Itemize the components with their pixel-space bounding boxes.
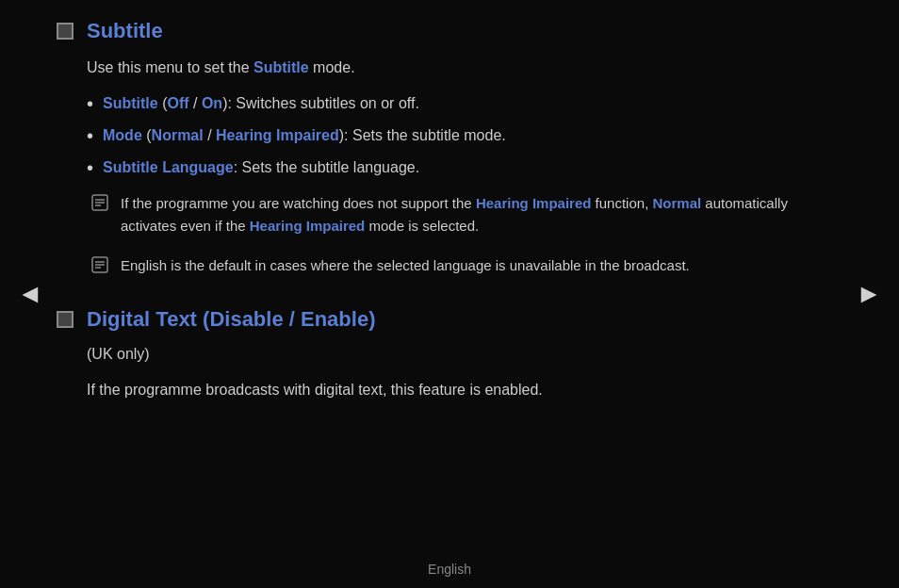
mode-hearing: Hearing Impaired	[216, 127, 339, 143]
bullet-mode-text: Mode (Normal / Hearing Impaired): Sets t…	[103, 124, 506, 147]
bullet-dot-1: •	[87, 92, 93, 115]
note-text-1: If the programme you are watching does n…	[121, 192, 792, 237]
note-block-1: If the programme you are watching does n…	[90, 192, 792, 237]
subtitle-section-icon	[57, 23, 74, 40]
note1-normal: Normal	[652, 195, 701, 211]
digitaltext-section-header: Digital Text (Disable / Enable)	[57, 307, 792, 332]
note-text-2: English is the default in cases where th…	[121, 254, 690, 277]
bullet-language-text: Subtitle Language: Sets the subtitle lan…	[103, 156, 419, 179]
note-block-2: English is the default in cases where th…	[90, 254, 792, 281]
bullet-subtitle: • Subtitle (Off / On): Switches subtitle…	[87, 92, 792, 115]
subtitle-section-header: Subtitle	[57, 19, 792, 43]
digitaltext-description: If the programme broadcasts with digital…	[87, 379, 792, 401]
subtitle-section-title: Subtitle	[87, 19, 163, 43]
mode-label: Mode	[103, 127, 142, 143]
digitaltext-uk-only: (UK only)	[87, 343, 792, 366]
digitaltext-section-title: Digital Text (Disable / Enable)	[87, 307, 375, 332]
bullet-language: • Subtitle Language: Sets the subtitle l…	[87, 156, 792, 179]
bullet-mode: • Mode (Normal / Hearing Impaired): Sets…	[87, 124, 792, 147]
bullet-dot-3: •	[87, 156, 93, 179]
subtitle-intro-highlight: Subtitle	[253, 59, 309, 75]
subtitle-off: Off	[167, 95, 188, 111]
note1-hearing1: Hearing Impaired	[476, 195, 592, 211]
digitaltext-enable: Enable	[301, 307, 368, 331]
subtitle-bullet-list: • Subtitle (Off / On): Switches subtitle…	[87, 92, 792, 179]
note-icon-1	[90, 193, 109, 219]
bullet-dot-2: •	[87, 124, 93, 147]
mode-normal: Normal	[152, 127, 204, 143]
main-content: Subtitle Use this menu to set the Subtit…	[0, 0, 848, 447]
subtitle-on: On	[202, 95, 222, 111]
digitaltext-section-body: (UK only) If the programme broadcasts wi…	[87, 343, 792, 401]
digitaltext-section-icon	[57, 311, 74, 328]
note1-hearing2: Hearing Impaired	[250, 218, 366, 234]
note-icon-2	[90, 255, 109, 281]
subtitle-section-body: Use this menu to set the Subtitle mode. …	[87, 57, 792, 281]
subtitle-label: Subtitle	[103, 95, 158, 111]
subtitle-language-label: Subtitle Language	[103, 159, 234, 175]
footer-language: English	[428, 562, 471, 577]
nav-arrow-right[interactable]: ►	[848, 271, 890, 317]
digitaltext-disable: Disable	[209, 307, 283, 331]
bullet-subtitle-text: Subtitle (Off / On): Switches subtitles …	[103, 92, 419, 115]
subtitle-intro: Use this menu to set the Subtitle mode.	[87, 57, 792, 79]
nav-arrow-left[interactable]: ◄	[9, 271, 51, 317]
